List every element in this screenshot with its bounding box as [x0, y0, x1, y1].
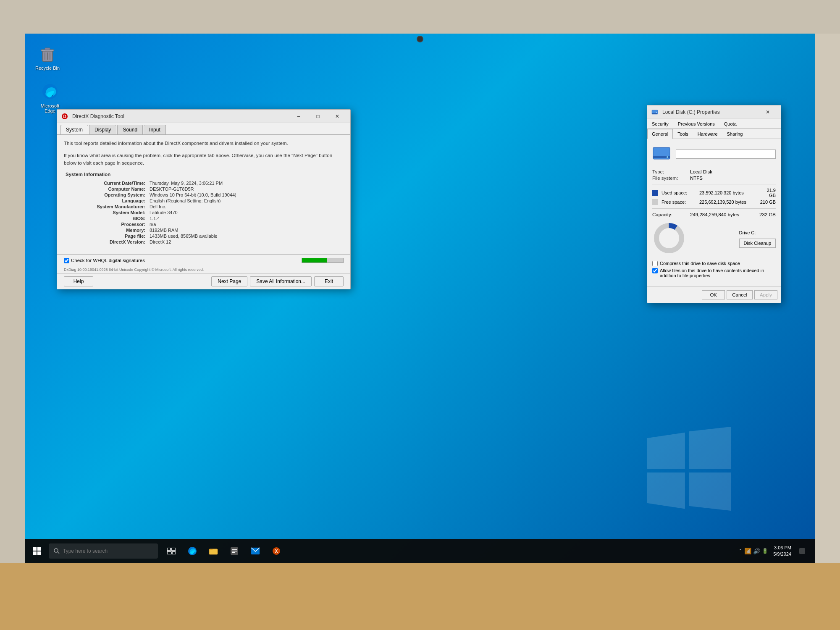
dxtool-titlebar[interactable]: D DirectX Diagnostic Tool – □ ✕: [57, 110, 350, 123]
disk-cleanup-button[interactable]: Disk Cleanup: [739, 239, 776, 248]
tab-input[interactable]: Input: [144, 125, 166, 134]
svg-text:X: X: [275, 549, 278, 554]
index-checkbox[interactable]: [652, 268, 658, 273]
disk-props-content: Type: Local Disk File system: NTFS Used …: [647, 139, 781, 286]
dxtool-title: DirectX Diagnostic Tool: [72, 113, 289, 119]
index-label: Allow files on this drive to have conten…: [660, 268, 776, 278]
svg-marker-2: [647, 472, 685, 509]
dxtool-content: This tool reports detailed information a…: [57, 135, 350, 254]
start-button[interactable]: [25, 539, 49, 563]
compress-label: Compress this drive to save disk space: [660, 261, 740, 266]
svg-rect-40: [799, 548, 805, 554]
free-color-swatch: [652, 199, 658, 205]
svg-rect-21: [33, 547, 37, 551]
svg-rect-34: [232, 549, 237, 550]
dxtool-tabs: System Display Sound Input: [57, 123, 350, 135]
field-label: System Manufacturer:: [64, 204, 148, 210]
table-row: Computer Name: DESKTOP-G1T8D5R: [64, 186, 344, 192]
compress-row: Compress this drive to save disk space: [652, 261, 776, 266]
exit-button[interactable]: Exit: [314, 276, 344, 286]
svg-text:D: D: [63, 114, 66, 119]
taskbar-time-display: 3:06 PM: [773, 545, 791, 551]
dxtool-minimize-button[interactable]: –: [289, 110, 308, 123]
taskbar-file-explorer-button[interactable]: [203, 541, 223, 561]
field-label: Computer Name:: [64, 186, 148, 192]
volume-icon[interactable]: 🔊: [753, 548, 760, 554]
notification-center-button[interactable]: [793, 542, 811, 560]
taskbar-pin3-button[interactable]: X: [266, 541, 286, 561]
battery-icon[interactable]: 🔋: [762, 548, 768, 554]
disk-props-window-controls[interactable]: ✕: [758, 105, 777, 119]
table-row: Memory: 8192MB RAM: [64, 227, 344, 233]
help-button[interactable]: Help: [64, 276, 93, 286]
dxtool-window-controls[interactable]: – □ ✕: [289, 110, 347, 123]
svg-rect-28: [171, 548, 176, 551]
whql-checkbox-row[interactable]: Check for WHQL digital signatures: [64, 258, 145, 263]
disk-divider1: [652, 184, 776, 184]
task-view-button[interactable]: [161, 541, 181, 561]
save-all-button[interactable]: Save All Information...: [250, 276, 312, 286]
taskbar-mail-button[interactable]: [245, 541, 265, 561]
disk-props-window: Local Disk (C:) Properties ✕ Security Pr…: [647, 105, 781, 303]
taskbar-pin1-button[interactable]: [224, 541, 244, 561]
disk-checkbox-area: Compress this drive to save disk space A…: [652, 261, 776, 278]
disk-divider2: [652, 208, 776, 209]
disk-free-label: Free space:: [662, 200, 699, 205]
dxtool-section-title: System Information: [64, 172, 344, 177]
network-icon[interactable]: 📶: [744, 548, 751, 554]
svg-rect-23: [33, 551, 37, 555]
dxtool-info-table: Current Date/Time: Thursday, May 9, 2024…: [64, 180, 344, 245]
tab-tools[interactable]: Tools: [673, 129, 693, 139]
next-page-button[interactable]: Next Page: [211, 276, 247, 286]
whql-checkbox[interactable]: [64, 258, 69, 263]
ok-button[interactable]: OK: [702, 290, 725, 299]
disk-used-gb: 21.9 GB: [759, 188, 776, 198]
dxtool-footer: Check for WHQL digital signatures: [57, 254, 350, 267]
recycle-bin-label: Recycle Bin: [35, 66, 60, 71]
disk-props-titlebar[interactable]: Local Disk (C:) Properties ✕: [647, 105, 781, 119]
tab-security[interactable]: Security: [647, 119, 673, 129]
disk-props-close-button[interactable]: ✕: [758, 105, 777, 119]
disk-filesystem-value: NTFS: [690, 176, 776, 181]
dxtool-close-button[interactable]: ✕: [328, 110, 347, 123]
disk-footer-buttons: OK Cancel Apply: [647, 286, 781, 303]
tab-previous-versions[interactable]: Previous Versions: [673, 119, 719, 129]
field-label: Language:: [64, 198, 148, 204]
tab-sound[interactable]: Sound: [117, 125, 143, 134]
table-row: DirectX Version: DirectX 12: [64, 239, 344, 245]
taskbar-clock[interactable]: 3:06 PM 5/9/2024: [773, 545, 791, 558]
disk-name-input[interactable]: [676, 150, 776, 159]
svg-rect-22: [37, 547, 41, 551]
apply-button[interactable]: Apply: [754, 290, 777, 299]
disk-capacity-row: Capacity: 249,284,259,840 bytes 232 GB: [652, 212, 776, 217]
field-value: Thursday, May 9, 2024, 3:06:21 PM: [148, 180, 344, 186]
taskbar-date-display: 5/9/2024: [773, 551, 791, 557]
index-row: Allow files on this drive to have conten…: [652, 268, 776, 278]
taskbar-search[interactable]: [49, 543, 158, 559]
dxtool-buttons: Help Next Page Save All Information... E…: [57, 273, 350, 289]
svg-rect-14: [652, 113, 657, 114]
recycle-bin-icon[interactable]: Recycle Bin: [34, 42, 61, 72]
svg-rect-35: [232, 551, 237, 552]
compress-checkbox[interactable]: [652, 261, 658, 266]
dxtool-window: D DirectX Diagnostic Tool – □ ✕ System D…: [57, 109, 351, 289]
disk-used-label: Used space:: [662, 190, 699, 195]
tab-display[interactable]: Display: [89, 125, 116, 134]
laptop-screen: Recycle Bin Microsoft Edge D DirectX Dia…: [25, 34, 815, 563]
tray-icons: ⌃ 📶 🔊 🔋: [735, 548, 772, 554]
tab-sharing[interactable]: Sharing: [722, 129, 748, 139]
tab-hardware[interactable]: Hardware: [693, 129, 722, 139]
search-input[interactable]: [63, 548, 147, 554]
disk-donut-area: Drive C: Disk Cleanup: [652, 221, 776, 257]
field-label: DirectX Version:: [64, 239, 148, 245]
cancel-button[interactable]: Cancel: [727, 290, 753, 299]
tab-quota[interactable]: Quota: [719, 119, 741, 129]
table-row: BIOS: 1.1.4: [64, 215, 344, 221]
tab-system[interactable]: System: [60, 125, 88, 134]
disk-icon-row: [652, 144, 776, 164]
dxtool-maximize-button[interactable]: □: [308, 110, 328, 123]
taskbar-edge-button[interactable]: [182, 541, 202, 561]
show-hidden-icons-button[interactable]: ⌃: [738, 548, 743, 554]
tab-general[interactable]: General: [647, 129, 673, 139]
table-row: Operating System: Windows 10 Pro 64-bit …: [64, 192, 344, 198]
